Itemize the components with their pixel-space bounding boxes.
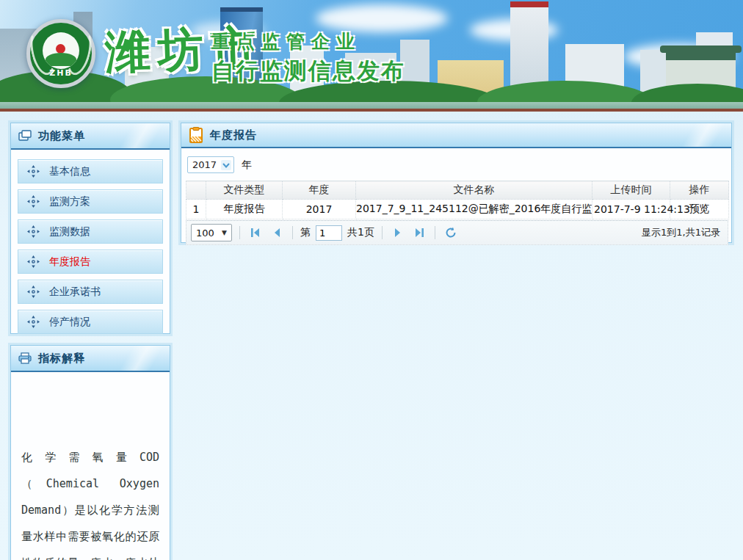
col-header-file-type: 文件类型 — [206, 181, 283, 200]
sidebar-item-monitor-data[interactable]: 监测数据 — [18, 219, 163, 244]
page-prefix-label: 第 — [300, 226, 311, 239]
col-header-action: 操作 — [670, 181, 729, 200]
compass-icon — [27, 255, 40, 268]
sidebar-item-label: 停产情况 — [49, 316, 90, 329]
sidebar-item-label: 基本信息 — [49, 165, 90, 178]
pager-bar: 100 ▼ 第 共1页 — [186, 220, 728, 245]
annual-report-body: 2017 年 文件 — [181, 148, 731, 245]
windows-folder-icon — [18, 130, 32, 142]
cod-definition-text: 化学需氧量COD（Chemical Oxygen Demand）是以化学方法测量… — [21, 444, 159, 560]
sidebar-item-annual-report[interactable]: 年度报告 — [18, 250, 163, 274]
cloud — [316, 4, 448, 32]
last-page-button[interactable] — [411, 225, 427, 241]
sidebar-item-monitor-plan[interactable]: 监测方案 — [18, 189, 163, 214]
menu-list: 基本信息 监测方案 监测数据 年度报告 — [11, 150, 170, 349]
cell-file-type: 年度报告 — [206, 200, 283, 219]
page-number-input[interactable] — [316, 225, 342, 241]
report-table: 文件类型 年度 文件名称 上传时间 操作 1 年度报告 2017 2017_7_… — [186, 181, 729, 219]
pager-separator — [239, 226, 240, 239]
sidebar-item-label: 年度报告 — [49, 255, 90, 269]
sidebar-item-label: 企业承诺书 — [49, 286, 101, 299]
logo-text: ZHB — [30, 68, 92, 78]
page-size-value: 100 — [196, 228, 214, 239]
record-count-status: 显示1到1,共1记录 — [642, 226, 723, 239]
year-select[interactable]: 2017 — [187, 156, 234, 173]
page: ZHB 潍坊市 重点监管企业 自行监测信息发布 功能菜单 基本信息 — [0, 0, 743, 560]
clipboard-icon — [189, 127, 203, 143]
compass-icon — [27, 165, 40, 178]
glossary-title: 指标解释 — [38, 352, 85, 366]
table-row[interactable]: 1 年度报告 2017 2017_7_9_11_245112@已解密_2016年… — [186, 200, 729, 219]
indicator-glossary-panel: 指标解释 化学需氧量COD（Chemical Oxygen Demand）是以化… — [10, 345, 170, 560]
compass-icon — [27, 225, 40, 238]
function-menu-title: 功能菜单 — [38, 129, 85, 143]
printer-icon — [18, 352, 32, 364]
compass-icon — [27, 316, 40, 328]
glossary-body: 化学需氧量COD（Chemical Oxygen Demand）是以化学方法测量… — [11, 372, 170, 560]
dropdown-arrow-icon: ▼ — [222, 229, 227, 236]
cell-file-name: 2017_7_9_11_245112@已解密_2016年度自行监测开展情况年 — [356, 200, 592, 219]
function-menu-panel: 功能菜单 基本信息 监测方案 监测数据 — [10, 123, 170, 334]
compass-icon — [27, 286, 40, 298]
annual-report-panel: 年度报告 2017 年 — [181, 123, 732, 243]
col-header-index — [186, 181, 206, 200]
next-page-button[interactable] — [390, 225, 406, 241]
environment-bureau-logo: ZHB — [26, 19, 95, 88]
logo-center — [43, 32, 79, 69]
compass-icon — [27, 195, 40, 208]
sidebar-item-label: 监测数据 — [49, 225, 90, 239]
year-unit-label: 年 — [242, 159, 252, 172]
banner: ZHB 潍坊市 重点监管企业 自行监测信息发布 — [0, 0, 743, 112]
sidebar-item-basic-info[interactable]: 基本信息 — [18, 159, 163, 183]
sidebar-item-label: 监测方案 — [49, 195, 90, 208]
cell-year: 2017 — [283, 200, 356, 219]
subtitle-line2: 自行监测信息发布 — [211, 56, 405, 87]
chevron-down-icon — [221, 160, 231, 170]
glossary-header: 指标解释 — [11, 346, 170, 372]
subtitle-line1: 重点监管企业 — [211, 29, 405, 54]
page-size-select[interactable]: 100 ▼ — [191, 224, 232, 241]
cell-upload-time: 2017-7-9 11:24:13 — [592, 200, 670, 219]
year-filter-row: 2017 年 — [186, 155, 727, 181]
cell-index: 1 — [186, 200, 206, 219]
pager-separator — [435, 226, 435, 239]
annual-report-header: 年度报告 — [181, 123, 731, 148]
pager-separator — [382, 226, 383, 239]
prev-page-button[interactable] — [269, 225, 285, 241]
function-menu-header: 功能菜单 — [11, 123, 170, 150]
sidebar-item-shutdown-status[interactable]: 停产情况 — [18, 310, 163, 334]
refresh-button[interactable] — [443, 225, 459, 241]
first-page-button[interactable] — [247, 225, 264, 241]
sidebar-item-commitment[interactable]: 企业承诺书 — [18, 280, 163, 304]
pager-separator — [292, 226, 293, 239]
col-header-file-name: 文件名称 — [356, 181, 592, 200]
table-header-row: 文件类型 年度 文件名称 上传时间 操作 — [186, 181, 729, 200]
annual-report-title: 年度报告 — [210, 128, 257, 142]
site-subtitle: 重点监管企业 自行监测信息发布 — [211, 29, 405, 87]
col-header-upload-time: 上传时间 — [592, 181, 670, 200]
year-select-value: 2017 — [192, 159, 217, 170]
col-header-year: 年度 — [283, 181, 356, 200]
total-pages-label: 共1页 — [347, 226, 374, 239]
